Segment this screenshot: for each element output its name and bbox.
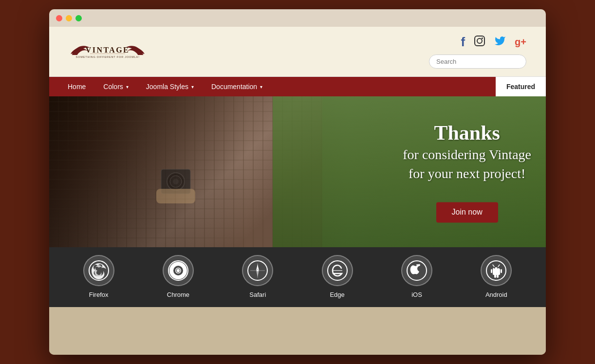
bottom-padding: [49, 302, 546, 307]
camera-visual: [147, 140, 205, 237]
svg-text:SOMETHING DIFFERENT FOR JOOMLA: SOMETHING DIFFERENT FOR JOOMLA!: [76, 55, 140, 58]
svg-rect-10: [156, 189, 195, 203]
facebook-icon[interactable]: f: [461, 35, 465, 50]
browser-firefox: Firefox: [74, 255, 123, 298]
nav-home[interactable]: Home: [59, 77, 94, 96]
chrome-label: Chrome: [167, 291, 189, 298]
firefox-icon: [83, 255, 114, 286]
logo-area: VINTAGE SOMETHING DIFFERENT FOR JOOMLA!: [69, 38, 147, 65]
edge-icon: [322, 255, 353, 286]
featured-button[interactable]: Featured: [496, 77, 546, 96]
ios-icon: [401, 255, 432, 286]
hero-title: Thanks: [403, 121, 531, 145]
join-button[interactable]: Join now: [436, 202, 498, 223]
svg-rect-3: [475, 36, 484, 46]
svg-line-30: [493, 265, 494, 267]
chrome-icon: [163, 255, 194, 286]
browser-chrome: Chrome: [154, 255, 203, 298]
safari-icon: [242, 255, 273, 286]
ios-label: iOS: [411, 291, 422, 298]
hero-background: Thanks for considering Vintage for your …: [49, 96, 546, 247]
joomla-styles-arrow: ▾: [191, 84, 194, 90]
hero-text: Thanks for considering Vintage for your …: [403, 121, 531, 222]
svg-rect-26: [491, 269, 492, 273]
firefox-label: Firefox: [89, 291, 109, 298]
svg-point-4: [477, 38, 482, 43]
close-button[interactable]: [56, 15, 62, 21]
minimize-button[interactable]: [66, 15, 72, 21]
svg-point-28: [494, 267, 495, 268]
browser-safari: Safari: [233, 255, 282, 298]
svg-text:VINTAGE: VINTAGE: [86, 46, 130, 54]
svg-point-9: [173, 179, 179, 184]
search-input[interactable]: [429, 55, 526, 69]
svg-point-5: [482, 37, 483, 39]
nav-colors[interactable]: Colors ▾: [94, 77, 137, 96]
instagram-icon[interactable]: [474, 35, 485, 50]
mac-window: VINTAGE SOMETHING DIFFERENT FOR JOOMLA! …: [49, 9, 546, 355]
safari-label: Safari: [249, 291, 266, 298]
browser-ios: iOS: [392, 255, 441, 298]
edge-label: Edge: [330, 291, 344, 298]
browser-edge: Edge: [313, 255, 362, 298]
android-label: Android: [485, 291, 507, 298]
svg-point-21: [257, 270, 259, 272]
maximize-button[interactable]: [75, 15, 82, 21]
svg-point-29: [498, 267, 499, 268]
nav-documentation[interactable]: Documentation ▾: [203, 77, 271, 96]
site-nav: Home Colors ▾ Joomla Styles ▾ Documentat…: [49, 77, 546, 96]
hero-section: Thanks for considering Vintage for your …: [49, 96, 546, 247]
twitter-icon[interactable]: [494, 35, 506, 50]
svg-line-31: [498, 265, 500, 267]
colors-arrow: ▾: [126, 84, 129, 90]
search-box: [429, 55, 526, 69]
hero-subtitle-line3: for your next project!: [403, 165, 531, 182]
documentation-arrow: ▾: [260, 84, 262, 90]
social-icons: f g+: [461, 35, 526, 50]
site-wrapper: VINTAGE SOMETHING DIFFERENT FOR JOOMLA! …: [49, 27, 546, 355]
hero-subtitle-line2: for considering Vintage: [403, 146, 531, 164]
browser-bar: Firefox Chrome: [49, 247, 546, 302]
mac-titlebar: [49, 9, 546, 27]
nav-joomla-styles[interactable]: Joomla Styles ▾: [137, 77, 203, 96]
svg-rect-27: [501, 269, 502, 273]
site-header: VINTAGE SOMETHING DIFFERENT FOR JOOMLA! …: [49, 27, 546, 77]
logo: VINTAGE SOMETHING DIFFERENT FOR JOOMLA!: [69, 38, 147, 65]
header-right: f g+: [429, 35, 526, 69]
browser-android: Android: [472, 255, 521, 298]
googleplus-icon[interactable]: g+: [515, 36, 526, 48]
android-icon: [481, 255, 512, 286]
